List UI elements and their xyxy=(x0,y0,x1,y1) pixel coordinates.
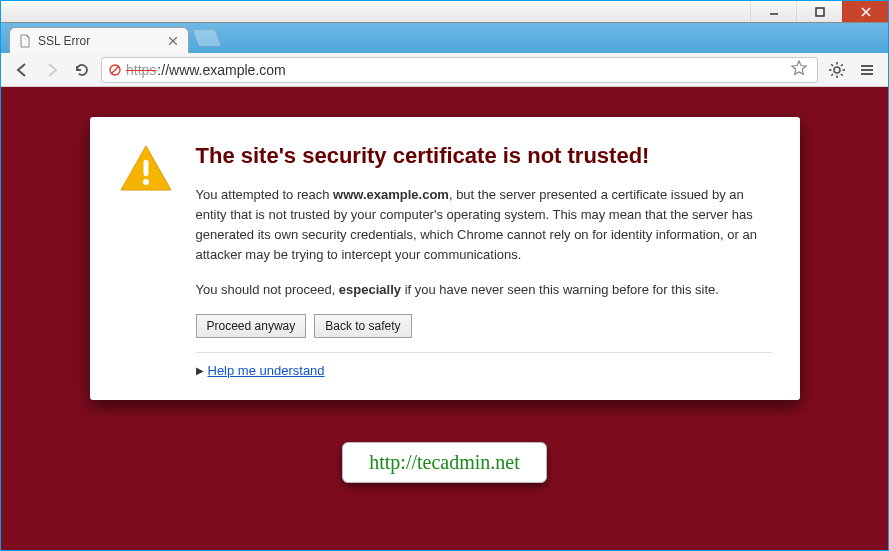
star-icon xyxy=(791,60,807,76)
close-icon xyxy=(861,7,871,17)
tab-title: SSL Error xyxy=(38,34,90,48)
url-protocol-insecure: https xyxy=(126,62,156,78)
url-text: ://www.example.com xyxy=(157,62,285,78)
help-me-understand-link[interactable]: Help me understand xyxy=(208,363,325,378)
tab-strip: SSL Error xyxy=(1,23,888,53)
window-titlebar xyxy=(1,1,888,23)
warning-hostname: www.example.com xyxy=(333,187,449,202)
svg-line-7 xyxy=(111,66,119,74)
window-controls xyxy=(750,1,888,22)
arrow-right-icon xyxy=(43,61,61,79)
file-icon xyxy=(18,34,32,48)
new-tab-button[interactable] xyxy=(192,29,223,47)
menu-button[interactable] xyxy=(856,59,878,81)
warning-icon-container xyxy=(118,143,174,378)
gear-icon xyxy=(828,61,846,79)
maximize-icon xyxy=(815,7,825,17)
svg-line-14 xyxy=(841,74,843,76)
watermark-badge: http://tecadmin.net xyxy=(342,442,547,483)
svg-line-15 xyxy=(841,64,843,66)
proceed-anyway-button[interactable]: Proceed anyway xyxy=(196,314,307,338)
tab-close-button[interactable] xyxy=(166,34,180,48)
help-row: ▶ Help me understand xyxy=(196,363,772,378)
address-bar[interactable]: https ://www.example.com xyxy=(101,57,818,83)
warning-button-row: Proceed anyway Back to safety xyxy=(196,314,772,338)
warning-paragraph-1: You attempted to reach www.example.com, … xyxy=(196,185,772,266)
watermark-text: http://tecadmin.net xyxy=(369,451,520,473)
ssl-warning-body: The site's security certificate is not t… xyxy=(196,143,772,378)
disclosure-triangle-icon[interactable]: ▶ xyxy=(196,365,204,376)
bookmark-button[interactable] xyxy=(787,60,811,79)
close-icon xyxy=(169,37,177,45)
svg-rect-20 xyxy=(143,160,148,176)
reload-icon xyxy=(74,62,90,78)
settings-button[interactable] xyxy=(826,59,848,81)
ssl-warning-card: The site's security certificate is not t… xyxy=(90,117,800,400)
back-to-safety-button[interactable]: Back to safety xyxy=(314,314,411,338)
insecure-icon xyxy=(108,63,122,77)
window-minimize-button[interactable] xyxy=(750,1,796,22)
svg-line-13 xyxy=(831,64,833,66)
warning-heading: The site's security certificate is not t… xyxy=(196,143,772,169)
warning-triangle-icon xyxy=(118,143,174,195)
window-close-button[interactable] xyxy=(842,1,888,22)
page-viewport: The site's security certificate is not t… xyxy=(1,87,888,550)
svg-point-21 xyxy=(143,179,149,185)
minimize-icon xyxy=(769,7,779,17)
divider xyxy=(196,352,772,353)
svg-line-16 xyxy=(831,74,833,76)
tab-active[interactable]: SSL Error xyxy=(9,27,189,53)
hamburger-icon xyxy=(859,62,875,78)
back-button[interactable] xyxy=(11,59,33,81)
svg-point-8 xyxy=(834,67,840,73)
svg-rect-1 xyxy=(816,8,824,16)
reload-button[interactable] xyxy=(71,59,93,81)
warning-paragraph-2: You should not proceed, especially if yo… xyxy=(196,280,772,300)
window-maximize-button[interactable] xyxy=(796,1,842,22)
arrow-left-icon xyxy=(13,61,31,79)
forward-button[interactable] xyxy=(41,59,63,81)
browser-toolbar: https ://www.example.com xyxy=(1,53,888,87)
